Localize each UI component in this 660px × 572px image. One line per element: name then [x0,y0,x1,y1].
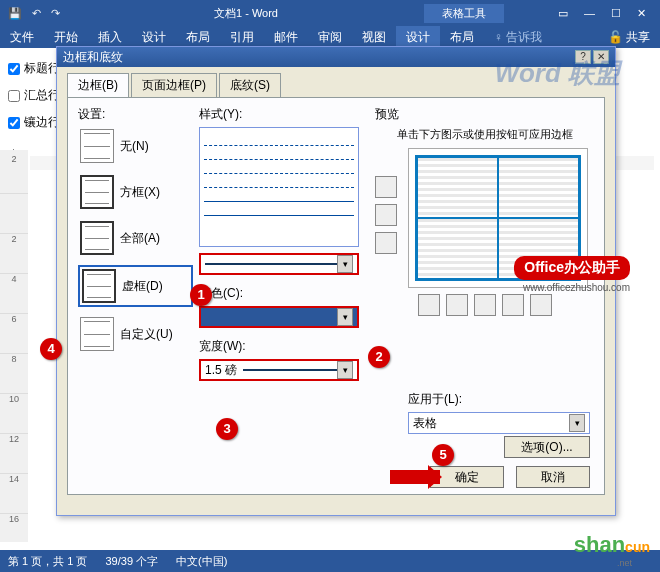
border-diag2-button[interactable] [530,294,552,316]
setting-all-icon [80,221,114,255]
border-vmid-button[interactable] [474,294,496,316]
minimize-icon[interactable]: — [584,7,595,20]
tab-mailings[interactable]: 邮件 [264,26,308,48]
apply-to-combo[interactable]: 表格 ▾ [408,412,590,434]
style-listbox[interactable] [199,127,359,247]
tab-insert[interactable]: 插入 [88,26,132,48]
save-icon[interactable]: 💾 [8,7,22,20]
watermark-shancun-sub: .net [617,558,632,568]
chevron-down-icon[interactable]: ▾ [337,308,353,326]
setting-all[interactable]: 全部(A) [78,219,193,257]
annotation-arrow [390,470,440,484]
style-label: 样式(Y): [199,106,369,123]
dialog-close-icon[interactable]: ✕ [593,50,609,64]
width-value: 1.5 磅 [205,362,237,379]
watermark-officezhushou: Office办公助手 [514,256,630,280]
chevron-down-icon[interactable]: ▾ [337,361,353,379]
width-label: 宽度(W): [199,338,369,355]
color-combo[interactable]: ▾ [199,306,359,328]
word-titlebar: 💾 ↶ ↷ 文档1 - Word 表格工具 ▭ — ☐ ✕ [0,0,660,26]
undo-icon[interactable]: ↶ [32,7,41,20]
setting-custom-icon [80,317,114,351]
tab-border[interactable]: 边框(B) [67,73,129,97]
tab-page-border[interactable]: 页面边框(P) [131,73,217,97]
tab-table-design[interactable]: 设计 [396,26,440,48]
setting-none-icon [80,129,114,163]
checkbox-banded-rows[interactable]: 镶边行 [8,114,60,131]
setting-grid-icon [82,269,116,303]
language-indicator[interactable]: 中文(中国) [176,554,227,569]
setting-none[interactable]: 无(N) [78,127,193,165]
help-icon[interactable]: ? [575,50,591,64]
border-diag1-button[interactable] [418,294,440,316]
table-style-options: 标题行 汇总行 镶边行 表 [8,60,60,162]
checkbox-total-row[interactable]: 汇总行 [8,87,60,104]
ribbon-options-icon[interactable]: ▭ [558,7,568,20]
watermark-shancun: shancun [574,532,650,558]
dialog-titlebar: 边框和底纹 ? ✕ [57,47,615,67]
borders-shading-dialog: 边框和底纹 ? ✕ 边框(B) 页面边框(P) 底纹(S) 设置: 无(N) [56,46,616,516]
chevron-down-icon[interactable]: ▾ [337,255,353,273]
word-count[interactable]: 39/39 个字 [105,554,158,569]
checkbox-header-row[interactable]: 标题行 [8,60,60,77]
setting-custom[interactable]: 自定义(U) [78,315,193,353]
watermark-officezhushou-url: www.officezhushou.com [523,282,630,293]
ribbon-tabs: 文件 开始 插入 设计 布局 引用 邮件 审阅 视图 设计 布局 ♀ 告诉我 🔓… [0,26,660,48]
close-icon[interactable]: ✕ [637,7,646,20]
chevron-down-icon[interactable]: ▾ [569,414,585,432]
apply-to-label: 应用于(L): [408,391,590,408]
dialog-title-text: 边框和底纹 [63,49,123,66]
setting-box[interactable]: 方框(X) [78,173,193,211]
border-left-button[interactable] [446,294,468,316]
style-combo[interactable]: ▾ [199,253,359,275]
width-combo[interactable]: 1.5 磅 ▾ [199,359,359,381]
preview-hint: 单击下方图示或使用按钮可应用边框 [375,127,594,142]
page-indicator[interactable]: 第 1 页，共 1 页 [8,554,87,569]
cancel-button[interactable]: 取消 [516,466,590,488]
border-top-button[interactable] [375,176,397,198]
border-bottom-button[interactable] [375,232,397,254]
annotation-marker-2: 2 [368,346,390,368]
border-right-button[interactable] [502,294,524,316]
tab-review[interactable]: 审阅 [308,26,352,48]
maximize-icon[interactable]: ☐ [611,7,621,20]
color-label: 颜色(C): [199,285,369,302]
border-hmid-button[interactable] [375,204,397,226]
preview-label: 预览 [375,106,594,123]
annotation-marker-5: 5 [432,444,454,466]
annotation-marker-4: 4 [40,338,62,360]
tab-table-layout[interactable]: 布局 [440,26,484,48]
tab-references[interactable]: 引用 [220,26,264,48]
setting-grid[interactable]: 虚框(D) [78,265,193,307]
tab-home[interactable]: 开始 [44,26,88,48]
tab-file[interactable]: 文件 [0,26,44,48]
annotation-marker-3: 3 [216,418,238,440]
tab-shading[interactable]: 底纹(S) [219,73,281,97]
vertical-ruler: 224 6810 121416 [0,150,28,542]
settings-label: 设置: [78,106,193,123]
status-bar: 第 1 页，共 1 页 39/39 个字 中文(中国) [0,550,660,572]
document-title: 文档1 - Word [68,6,424,21]
redo-icon[interactable]: ↷ [51,7,60,20]
setting-box-icon [80,175,114,209]
context-tool-label: 表格工具 [424,4,504,23]
tab-view[interactable]: 视图 [352,26,396,48]
options-button[interactable]: 选项(O)... [504,436,590,458]
tell-me[interactable]: ♀ 告诉我 [484,26,552,48]
tab-design[interactable]: 设计 [132,26,176,48]
annotation-marker-1: 1 [190,284,212,306]
share-button[interactable]: 🔓 共享 [598,29,660,46]
tab-layout[interactable]: 布局 [176,26,220,48]
